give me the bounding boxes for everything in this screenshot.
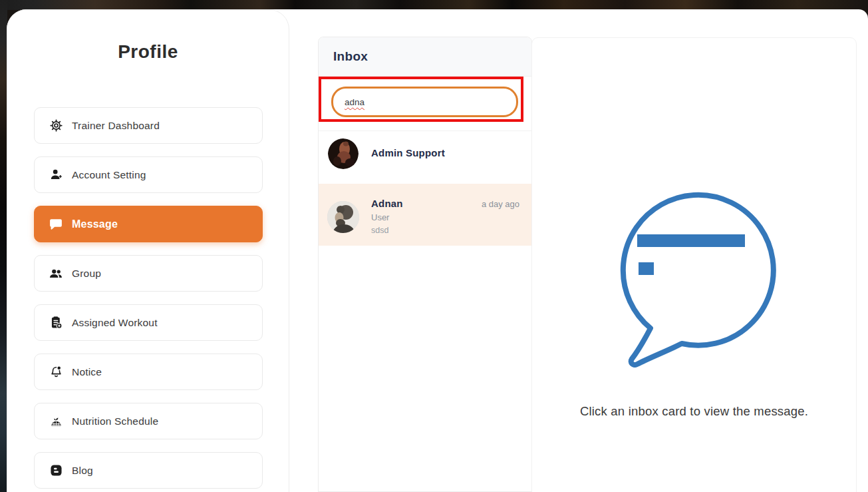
sidebar-item-label: Message [72, 218, 118, 230]
avatar [328, 138, 359, 169]
clipboard-add-icon [49, 316, 63, 330]
sidebar-item-account-setting[interactable]: Account Setting [34, 156, 263, 193]
sidebar-item-label: Blog [72, 465, 93, 477]
sidebar-item-label: Nutrition Schedule [72, 415, 158, 427]
inbox-panel: Inbox adna Admin Support [318, 37, 532, 492]
inbox-search-input[interactable]: adna [331, 87, 518, 117]
bell-icon [49, 365, 63, 379]
inbox-title: Inbox [333, 49, 368, 64]
sidebar-item-blog[interactable]: Blog [34, 452, 263, 489]
conversation-time: a day ago [482, 199, 519, 209]
empty-state-message: Click an inbox card to view the message. [532, 404, 856, 419]
avatar [327, 201, 359, 233]
sidebar-item-label: Trainer Dashboard [72, 120, 160, 132]
sidebar-item-assigned-workout[interactable]: Assigned Workout [34, 304, 263, 341]
gear-icon [49, 119, 63, 133]
inbox-header: Inbox [319, 37, 531, 77]
sidebar-item-label: Notice [72, 366, 102, 378]
page-title: Profile [7, 41, 289, 63]
conversation-preview: sdsd [371, 226, 388, 235]
sidebar-item-label: Account Setting [72, 169, 146, 181]
conversation-role: User [371, 212, 389, 222]
nutrition-icon [49, 414, 63, 429]
sidebar-item-notice[interactable]: Notice [34, 354, 263, 390]
conversation-name: Adnan [371, 198, 403, 209]
chat-bubble-empty-state-icon [607, 186, 780, 368]
message-panel: Click an inbox card to view the message. [531, 37, 857, 492]
conversation-name: Admin Support [371, 147, 445, 158]
sidebar-item-trainer-dashboard[interactable]: Trainer Dashboard [34, 107, 263, 144]
person-add-icon [49, 168, 63, 182]
sidebar-item-message[interactable]: Message [34, 206, 263, 242]
background-photo-top [0, 0, 868, 10]
sidebar-item-group[interactable]: Group [34, 255, 263, 292]
group-icon [49, 266, 63, 281]
search-input-value: adna [345, 97, 364, 107]
sidebar-item-label: Assigned Workout [72, 317, 158, 329]
inbox-card-admin-support[interactable]: Admin Support [319, 130, 531, 184]
blog-icon [49, 463, 63, 478]
sidebar-item-label: Group [72, 268, 101, 280]
sidebar-item-nutrition-schedule[interactable]: Nutrition Schedule [34, 403, 263, 439]
sidebar-menu: Trainer Dashboard Account Setting Messag… [34, 107, 263, 492]
profile-sidebar: Profile [7, 9, 289, 492]
inbox-card-adnan[interactable]: Adnan a day ago User sdsd [319, 184, 531, 246]
chat-bubble-icon [49, 217, 63, 232]
